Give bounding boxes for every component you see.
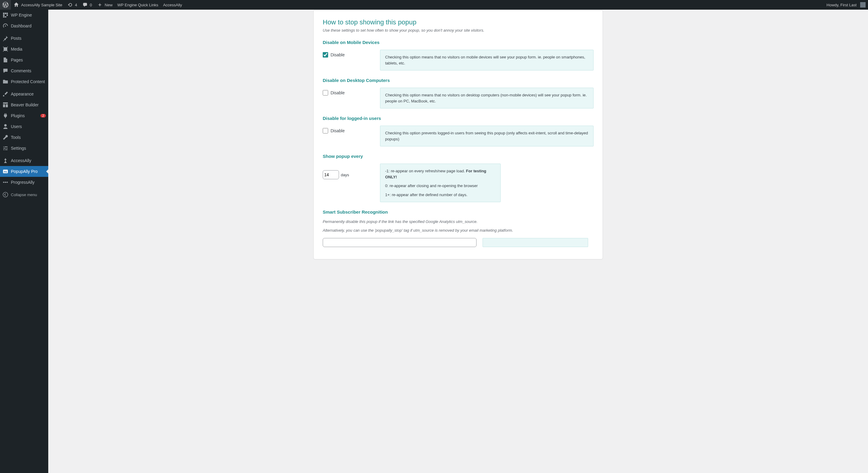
utm-source-input[interactable] — [323, 238, 476, 247]
sidebar-item-label: Protected Content — [11, 79, 46, 84]
svg-rect-1 — [5, 13, 6, 14]
sidebar-item-protected-content[interactable]: Protected Content — [0, 76, 48, 87]
sidebar-item-label: Collapse menu — [11, 193, 46, 197]
smart-desc-2: Alternatively, you can use the 'popupall… — [323, 228, 593, 233]
svg-rect-0 — [3, 13, 4, 14]
disable-loggedin-checkbox[interactable] — [323, 128, 328, 133]
sidebar-item-posts[interactable]: Posts — [0, 33, 48, 44]
sidebar-collapse-button[interactable]: Collapse menu — [0, 189, 48, 200]
svg-rect-5 — [3, 16, 4, 18]
wpengine-icon — [2, 12, 8, 18]
content-wrap: How to stop showing this popup Use these… — [48, 0, 868, 473]
sidebar-item-label: ProgressAlly — [11, 180, 46, 185]
howdy-label: Howdy, First Last — [827, 3, 857, 7]
sidebar-item-label: Beaver Builder — [11, 102, 46, 107]
utm-row — [323, 238, 593, 247]
disable-desktop-help: Checking this option means that no visit… — [380, 88, 593, 108]
disable-mobile-checkbox[interactable] — [323, 52, 328, 58]
sidebar-item-accessally[interactable]: AccessAlly — [0, 155, 48, 166]
wp-logo-menu[interactable] — [0, 0, 11, 10]
sidebar-item-label: Pages — [11, 58, 46, 62]
help-line-3: 1+: re-appear after the defined number o… — [385, 192, 496, 198]
disable-mobile-label[interactable]: Disable — [323, 52, 345, 58]
sidebar-item-settings[interactable]: Settings — [0, 143, 48, 154]
my-account-link[interactable]: Howdy, First Last — [824, 0, 868, 10]
disable-mobile-title: Disable on Mobile Devices — [323, 40, 593, 45]
disable-loggedin-text: Disable — [331, 128, 345, 133]
sidebar-item-label: Comments — [11, 68, 46, 73]
sliders-icon — [2, 145, 8, 151]
updates-link[interactable]: 4 — [65, 0, 80, 10]
brush-icon — [2, 91, 8, 97]
sidebar-item-progressally[interactable]: ProgressAlly — [0, 177, 48, 188]
smart-desc-1: Permanently disable this popup if the li… — [323, 219, 593, 224]
disable-loggedin-help: Checking this option prevents logged-in … — [380, 126, 593, 146]
progressally-icon — [2, 179, 8, 185]
sidebar-item-label: WP Engine — [11, 13, 46, 18]
update-icon — [67, 2, 73, 8]
sidebar-item-label: PopupAlly Pro — [11, 169, 46, 174]
svg-rect-3 — [3, 14, 4, 16]
wordpress-logo-icon — [2, 2, 8, 8]
help-line-1a: -1: re-appear on every refresh/new page … — [385, 169, 466, 173]
sidebar-item-label: Appearance — [11, 92, 46, 96]
show-popup-every-row: days -1: re-appear on every refresh/new … — [323, 164, 593, 202]
wp-engine-quicklinks[interactable]: WP Engine Quick Links — [115, 0, 161, 10]
disable-mobile-control: Disable — [323, 50, 374, 58]
folder-icon — [2, 79, 8, 85]
sidebar-item-beaver-builder[interactable]: Beaver Builder — [0, 99, 48, 110]
plus-icon — [97, 2, 103, 8]
wrench-icon — [2, 134, 8, 140]
content-inner: How to stop showing this popup Use these… — [48, 10, 868, 260]
disable-desktop-checkbox[interactable] — [323, 90, 328, 96]
updates-count: 4 — [75, 3, 77, 7]
utm-source-help — [483, 238, 588, 247]
sidebar-item-media[interactable]: Media — [0, 44, 48, 55]
sidebar-item-appearance[interactable]: Appearance — [0, 89, 48, 99]
svg-text:PA: PA — [4, 171, 7, 173]
site-name-link[interactable]: AccessAlly Sample Site — [11, 0, 65, 10]
plugin-update-badge: 2 — [40, 114, 46, 117]
sidebar-item-label: Dashboard — [11, 24, 46, 28]
disable-loggedin-label[interactable]: Disable — [323, 128, 345, 133]
site-name-label: AccessAlly Sample Site — [21, 3, 62, 7]
accessally-icon — [2, 158, 8, 164]
media-icon — [2, 46, 8, 52]
comment-icon — [2, 68, 8, 74]
show-popup-days-input[interactable] — [323, 170, 339, 179]
dashboard-icon — [2, 23, 8, 29]
sidebar-item-plugins[interactable]: Plugins 2 — [0, 110, 48, 121]
sidebar-item-label: Users — [11, 124, 46, 129]
comments-count: 0 — [90, 3, 92, 7]
sidebar-item-label: AccessAlly — [11, 158, 46, 163]
disable-desktop-title: Disable on Desktop Computers — [323, 78, 593, 83]
toolbar-right: Howdy, First Last — [824, 0, 868, 10]
sidebar-item-popupally-pro[interactable]: PA PopupAlly Pro — [0, 166, 48, 177]
sidebar-item-users[interactable]: Users — [0, 121, 48, 132]
disable-mobile-row: Disable Checking this option means that … — [323, 50, 593, 70]
days-label: days — [341, 173, 349, 177]
sidebar-item-pages[interactable]: Pages — [0, 55, 48, 65]
new-content-link[interactable]: New — [94, 0, 115, 10]
collapse-icon — [2, 192, 8, 198]
avatar-icon — [860, 2, 866, 7]
toolbar-left: AccessAlly Sample Site 4 0 New WP Engine… — [0, 0, 185, 10]
comments-link[interactable]: 0 — [80, 0, 94, 10]
disable-desktop-label[interactable]: Disable — [323, 90, 345, 96]
home-icon — [13, 2, 19, 8]
new-label: New — [105, 3, 113, 7]
page-icon — [2, 57, 8, 63]
disable-mobile-help: Checking this option means that no visit… — [380, 50, 593, 70]
smart-subscriber-title: Smart Subscriber Recognition — [323, 209, 593, 214]
show-popup-every-control: days — [323, 164, 374, 179]
pin-icon — [2, 35, 8, 41]
sidebar-item-wpengine[interactable]: WP Engine — [0, 10, 48, 21]
sidebar-item-tools[interactable]: Tools — [0, 132, 48, 143]
admin-sidebar: WP Engine Dashboard Posts Media Pages Co… — [0, 10, 48, 473]
sidebar-item-comments[interactable]: Comments — [0, 65, 48, 76]
accessally-toolbar-link[interactable]: AccessAlly — [161, 0, 185, 10]
sidebar-item-label: Posts — [11, 36, 46, 41]
disable-desktop-row: Disable Checking this option means that … — [323, 88, 593, 108]
sidebar-item-dashboard[interactable]: Dashboard — [0, 21, 48, 31]
sidebar-item-label: Media — [11, 47, 46, 52]
